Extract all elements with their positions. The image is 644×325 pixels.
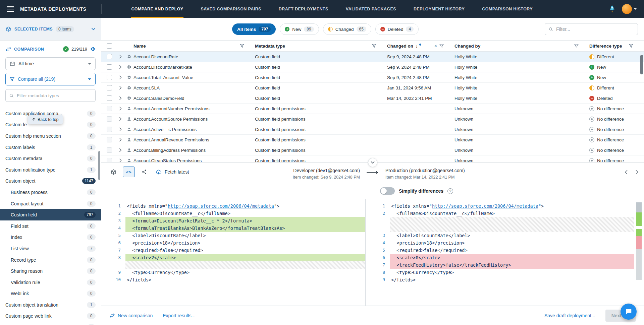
sidebar-item[interactable]: Custom help menu section0	[0, 130, 101, 142]
row-checkbox[interactable]	[107, 64, 112, 70]
table-scrollbar[interactable]	[640, 55, 643, 74]
rocket-icon[interactable]	[608, 5, 616, 13]
nav-item[interactable]: DEPLOYMENT HISTORY	[414, 0, 465, 18]
save-draft-button[interactable]: Save draft deployment...	[544, 313, 595, 318]
row-checkbox[interactable]	[107, 158, 112, 162]
expand-chevron-icon[interactable]	[116, 75, 125, 79]
sidebar-item[interactable]: Field set0	[0, 220, 101, 232]
clear-sort-button[interactable]: ×	[434, 43, 437, 49]
sidebar-item[interactable]: Index0	[0, 232, 101, 243]
row-checkbox[interactable]	[107, 75, 112, 80]
sidebar-item[interactable]: Sharing reason0	[0, 265, 101, 277]
column-header-changed-on[interactable]: Changed on ↓ ×	[387, 43, 454, 49]
sidebar-item[interactable]: Custom permission0	[0, 322, 101, 325]
metadata-type-filter-input[interactable]	[17, 93, 92, 98]
diff-minimap[interactable]	[636, 202, 642, 306]
compare-scope-select[interactable]: Compare all (219)	[5, 73, 96, 85]
chevron-down-icon[interactable]	[91, 28, 96, 30]
expand-chevron-icon[interactable]	[116, 148, 125, 152]
fetch-latest-button[interactable]: Fetch latest	[155, 169, 189, 175]
expand-chevron-icon[interactable]	[116, 107, 125, 111]
column-header-difference-type[interactable]: Difference type	[589, 44, 644, 49]
simplify-toggle[interactable]	[380, 187, 395, 195]
sidebar-item[interactable]: Custom labels1	[0, 142, 101, 153]
sidebar-item[interactable]: Custom field797	[0, 209, 101, 220]
table-row[interactable]: Account.AnnualRevenue Permissions Custom…	[101, 135, 644, 145]
sidebar-scrollbar[interactable]	[98, 151, 100, 180]
nav-item[interactable]: DRAFT DEPLOYMENTS	[279, 0, 328, 18]
filter-funnel-icon[interactable]	[629, 44, 633, 48]
filter-tab-changed[interactable]: Changed65	[323, 23, 371, 35]
filter-tab-deleted[interactable]: −Deleted4	[375, 23, 419, 35]
sidebar-item[interactable]: Record type0	[0, 254, 101, 266]
filter-tab-new[interactable]: +New89	[280, 23, 319, 35]
code-view-button[interactable]: <>	[123, 167, 135, 177]
selected-items-header[interactable]: SELECTED ITEMS 0 items	[0, 18, 101, 40]
chevron-left-icon[interactable]	[625, 170, 628, 175]
nav-item[interactable]: VALIDATED PACKAGES	[346, 0, 396, 18]
table-row[interactable]: Account.DiscountRate Custom field Sep 9,…	[101, 52, 644, 62]
user-menu[interactable]	[622, 4, 637, 14]
xml-namespace-link[interactable]: http://soap.sforce.com/2006/04/metadata	[168, 203, 274, 209]
share-button[interactable]	[138, 167, 150, 177]
row-checkbox[interactable]	[107, 147, 112, 153]
sidebar-item[interactable]: Custom metadata0	[0, 153, 101, 164]
sidebar-item[interactable]: Custom object translation1	[0, 299, 101, 311]
table-row[interactable]: Account.SLA Custom field Jan 31, 2024 9:…	[101, 83, 644, 93]
select-all-checkbox[interactable]	[107, 43, 112, 49]
gear-icon[interactable]	[90, 46, 96, 52]
column-header-metadata-type[interactable]: Metadata type	[255, 44, 387, 49]
filter-funnel-icon[interactable]	[439, 44, 444, 48]
expand-chevron-icon[interactable]	[116, 127, 125, 131]
sidebar-item[interactable]: Validation rule0	[0, 277, 101, 288]
column-header-name[interactable]: Name	[133, 44, 255, 49]
menu-icon[interactable]	[7, 6, 14, 12]
table-row[interactable]: Account.SalesDemoField Custom field Mar …	[101, 93, 644, 104]
table-row[interactable]: Account.BillingAddress Permissions Custo…	[101, 145, 644, 155]
nav-item[interactable]: COMPARE AND DEPLOY	[131, 0, 183, 18]
sidebar-item[interactable]: Compact layout0	[0, 198, 101, 209]
new-comparison-button[interactable]: New comparison	[109, 313, 153, 318]
expand-chevron-icon[interactable]	[116, 86, 125, 90]
row-checkbox[interactable]	[107, 95, 112, 101]
table-filter-input[interactable]	[556, 26, 634, 32]
expand-chevron-icon[interactable]	[116, 138, 125, 142]
sidebar-item[interactable]: Custom notification type1	[0, 164, 101, 176]
filter-funnel-icon[interactable]	[240, 44, 244, 48]
table-row[interactable]: Account.Active__c Permissions Custom fie…	[101, 124, 644, 135]
expand-chevron-icon[interactable]	[116, 65, 125, 69]
filter-funnel-icon[interactable]	[574, 44, 579, 48]
xml-namespace-link[interactable]: http://soap.sforce.com/2006/04/metadata	[432, 203, 538, 209]
expand-chevron-icon[interactable]	[116, 158, 125, 162]
nav-item[interactable]: SAVED COMPARISON PAIRS	[201, 0, 261, 18]
row-checkbox[interactable]	[107, 116, 112, 122]
table-row[interactable]: Account.AccountNumber Permissions Custom…	[101, 104, 644, 114]
chevron-right-icon[interactable]	[636, 170, 639, 175]
sidebar-item[interactable]: List view7	[0, 243, 101, 254]
row-checkbox[interactable]	[107, 85, 112, 90]
collapse-panel-button[interactable]	[368, 158, 377, 167]
sidebar-item[interactable]: WebLink0	[0, 288, 101, 300]
expand-chevron-icon[interactable]	[116, 55, 125, 59]
column-header-changed-by[interactable]: Changed by	[454, 44, 589, 49]
sidebar-item[interactable]: Custom object1147	[0, 176, 101, 187]
sidebar-item[interactable]: Business process0	[0, 187, 101, 198]
table-row[interactable]: Account.DiscountMarketRate Custom field …	[101, 62, 644, 72]
row-checkbox[interactable]	[107, 127, 112, 132]
time-filter-select[interactable]: All time	[5, 57, 96, 70]
row-checkbox[interactable]	[107, 106, 112, 111]
expand-chevron-icon[interactable]	[116, 117, 125, 121]
filter-funnel-icon[interactable]	[372, 44, 376, 48]
filter-tab-all-items[interactable]: All items797	[232, 23, 276, 35]
sort-desc-icon[interactable]: ↓	[416, 44, 418, 49]
help-icon[interactable]: ?	[447, 188, 453, 194]
nav-item[interactable]: COMPARISON HISTORY	[482, 0, 533, 18]
table-row[interactable]: Account.AccountSource Permissions Custom…	[101, 114, 644, 124]
export-results-button[interactable]: Export results...	[163, 313, 195, 318]
sidebar-item[interactable]: Custom page web link0	[0, 311, 101, 322]
chat-widget-button[interactable]	[621, 304, 637, 320]
row-checkbox[interactable]	[107, 137, 112, 142]
table-row[interactable]: Account.Total_Account_Value Custom field…	[101, 72, 644, 83]
back-to-top-button[interactable]: Back to top	[28, 115, 63, 124]
package-view-button[interactable]	[107, 167, 119, 177]
